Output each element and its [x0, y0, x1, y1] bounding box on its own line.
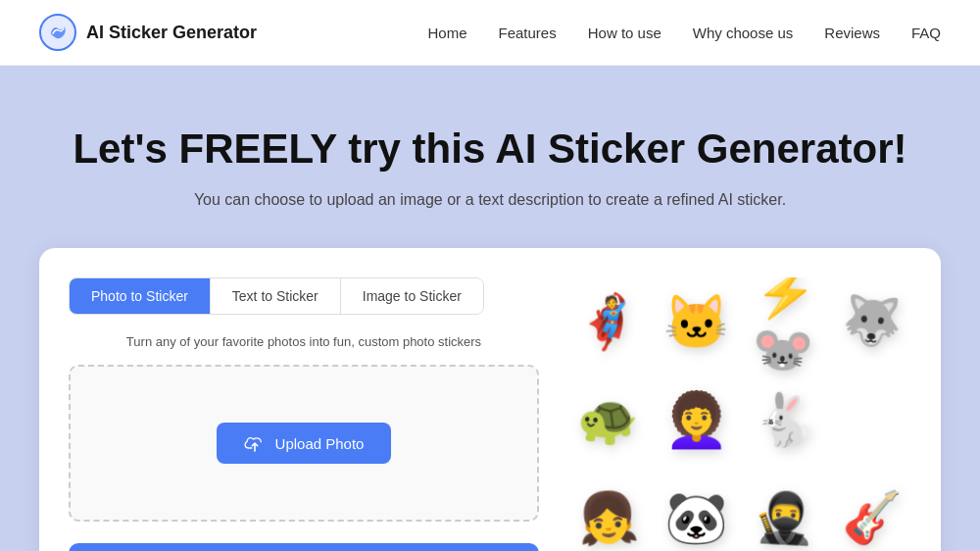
upload-photo-button[interactable]: Upload Photo: [217, 423, 392, 464]
list-item: 🦸: [568, 277, 651, 369]
list-item: 🎸: [831, 473, 911, 551]
list-item: 🐱: [657, 277, 735, 366]
upload-button-label: Upload Photo: [275, 435, 365, 452]
logo-text: AI Sticker Generator: [86, 23, 257, 43]
nav-home[interactable]: Home: [427, 25, 466, 41]
tab-photo-to-sticker[interactable]: Photo to Sticker: [70, 278, 211, 314]
main-card: Photo to Sticker Text to Sticker Image t…: [39, 248, 941, 551]
list-item: 👩‍🦱: [657, 376, 735, 464]
main-nav: Home Features How to use Why choose us R…: [427, 25, 941, 41]
list-item: ⚡🐭: [743, 277, 826, 368]
list-item: 🐢: [568, 374, 650, 467]
nav-faq[interactable]: FAQ: [911, 25, 941, 41]
tab-bar: Photo to Sticker Text to Sticker Image t…: [69, 277, 484, 315]
tab-text-to-sticker[interactable]: Text to Sticker: [211, 278, 341, 314]
list-item: 👧: [568, 472, 650, 551]
list-item: 🥷: [743, 472, 826, 551]
nav-features[interactable]: Features: [499, 25, 557, 41]
cloud-upload-icon: [244, 434, 266, 452]
tab-description: Turn any of your favorite photos into fu…: [69, 334, 539, 349]
nav-why-choose-us[interactable]: Why choose us: [693, 25, 794, 41]
left-panel: Photo to Sticker Text to Sticker Image t…: [69, 277, 539, 551]
logo-icon: [39, 14, 76, 51]
list-item: 🐺: [829, 277, 911, 369]
sticker-grid: 🦸 🐱 ⚡🐭 🐺 🐢 👩‍🦱 🐇 👧 🐼 🥷 🎸: [568, 277, 911, 551]
tab-image-to-sticker[interactable]: Image to Sticker: [341, 278, 483, 314]
list-item: 🐇: [743, 374, 826, 466]
list-item: [833, 376, 911, 464]
hero-subtitle: You can choose to upload an image or a t…: [39, 191, 941, 209]
right-panel: 🦸 🐱 ⚡🐭 🐺 🐢 👩‍🦱 🐇 👧 🐼 🥷 🎸: [568, 277, 911, 551]
nav-reviews[interactable]: Reviews: [824, 25, 880, 41]
hero-section: Let's FREELY try this AI Sticker Generat…: [0, 66, 980, 551]
list-item: 🐼: [657, 474, 735, 551]
hero-title: Let's FREELY try this AI Sticker Generat…: [39, 125, 941, 174]
generate-sticker-button[interactable]: Generate Sticker: [69, 543, 539, 551]
header: AI Sticker Generator Home Features How t…: [0, 0, 980, 66]
upload-area[interactable]: Upload Photo: [69, 365, 539, 522]
nav-how-to-use[interactable]: How to use: [588, 25, 662, 41]
logo-area: AI Sticker Generator: [39, 14, 257, 51]
